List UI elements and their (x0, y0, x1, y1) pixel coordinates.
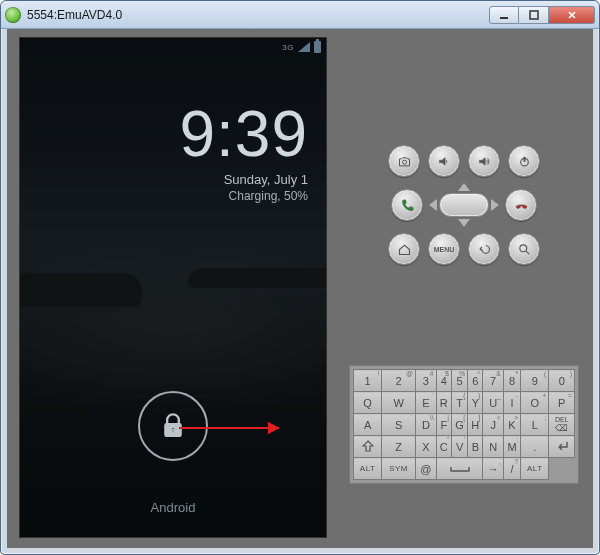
svg-rect-7 (523, 157, 524, 161)
app-icon (5, 7, 21, 23)
home-button[interactable] (388, 233, 420, 265)
camera-icon (397, 154, 412, 169)
key-⎵[interactable] (436, 458, 483, 480)
power-button[interactable] (508, 145, 540, 177)
hardware-keyboard: 1!2@3#4$5%6^7&8*9(0)QWE´RT{Y}U_I-O+P=AS`… (349, 365, 579, 484)
key-e[interactable]: E´ (416, 392, 437, 414)
close-button[interactable] (549, 6, 595, 24)
key-@[interactable]: @ (416, 458, 437, 480)
svg-point-5 (402, 160, 406, 164)
key-3[interactable]: 3# (416, 370, 437, 392)
key-4[interactable]: 4$ (436, 370, 451, 392)
svg-rect-0 (500, 17, 508, 19)
key-sym[interactable]: SYM (382, 458, 416, 480)
control-row-3: MENU (388, 233, 540, 265)
clock-date: Sunday, July 1 (20, 172, 308, 187)
keyboard-table: 1!2@3#4$5%6^7&8*9(0)QWE´RT{Y}U_I-O+P=AS`… (353, 369, 575, 480)
back-button[interactable] (468, 233, 500, 265)
key-.[interactable]: . (521, 436, 549, 458)
dpad-left-button[interactable] (429, 199, 437, 211)
key-k[interactable]: K> (503, 414, 520, 436)
lock-icon (159, 412, 187, 440)
key-7[interactable]: 7& (483, 370, 503, 392)
key-n[interactable]: N (483, 436, 503, 458)
key-p[interactable]: P= (549, 392, 575, 414)
key-↵[interactable] (549, 436, 575, 458)
key-b[interactable]: B (468, 436, 483, 458)
key-i[interactable]: I- (503, 392, 520, 414)
dpad-down-button[interactable] (458, 219, 470, 227)
end-call-button[interactable] (505, 189, 537, 221)
key-x[interactable]: X (416, 436, 437, 458)
key-h[interactable]: H] (468, 414, 483, 436)
key-y[interactable]: Y} (468, 392, 483, 414)
volume-down-icon (437, 154, 452, 169)
status-bar: 3G (20, 38, 326, 56)
key-v[interactable]: V' (451, 436, 467, 458)
key-2[interactable]: 2@ (382, 370, 416, 392)
key-5[interactable]: 5% (451, 370, 467, 392)
key-8[interactable]: 8* (503, 370, 520, 392)
key-r[interactable]: R (436, 392, 451, 414)
key-⇧[interactable] (354, 436, 382, 458)
phone-icon (400, 198, 415, 213)
control-row-1 (388, 145, 540, 177)
key-w[interactable]: W (382, 392, 416, 414)
key-1[interactable]: 1! (354, 370, 382, 392)
volume-up-button[interactable] (468, 145, 500, 177)
key-alt[interactable]: ALT (521, 458, 549, 480)
maximize-button[interactable] (519, 6, 549, 24)
minimize-button[interactable] (489, 6, 519, 24)
key-f[interactable]: F| (436, 414, 451, 436)
key-6[interactable]: 6^ (468, 370, 483, 392)
key-q[interactable]: Q (354, 392, 382, 414)
clock-time: 9:39 (20, 102, 308, 166)
search-button[interactable] (508, 233, 540, 265)
window-titlebar: 5554:EmuAVD4.0 (1, 1, 599, 29)
call-button[interactable] (391, 189, 423, 221)
client-area: 3G 9:39 Sunday, July 1 Charging, 50% And… (7, 29, 593, 548)
window-buttons (489, 6, 595, 24)
battery-icon (314, 41, 321, 53)
svg-rect-4 (172, 430, 174, 434)
key-t[interactable]: T{ (451, 392, 467, 414)
key-o[interactable]: O+ (521, 392, 549, 414)
key-s[interactable]: S` (382, 414, 416, 436)
control-row-2 (391, 185, 537, 225)
unlock-hint-arrow (179, 427, 279, 429)
window-title: 5554:EmuAVD4.0 (27, 8, 489, 22)
end-call-icon (514, 198, 529, 213)
key-l[interactable]: L; (521, 414, 549, 436)
key-d[interactable]: D\\ (416, 414, 437, 436)
camera-button[interactable] (388, 145, 420, 177)
back-icon (477, 242, 492, 257)
key-a[interactable]: A (354, 414, 382, 436)
brand-label: Android (20, 500, 326, 515)
dpad-up-button[interactable] (458, 183, 470, 191)
unlock-ring[interactable] (138, 391, 208, 461)
emulator-window: 5554:EmuAVD4.0 3G (0, 0, 600, 555)
volume-up-icon (477, 154, 492, 169)
home-icon (397, 242, 412, 257)
volume-down-button[interactable] (428, 145, 460, 177)
key-j[interactable]: J< (483, 414, 503, 436)
phone-screen[interactable]: 3G 9:39 Sunday, July 1 Charging, 50% And… (19, 37, 327, 538)
svg-rect-1 (530, 11, 538, 19)
dpad-center-button[interactable] (439, 193, 489, 217)
menu-button[interactable]: MENU (428, 233, 460, 265)
key-del[interactable]: DEL⌫ (549, 414, 575, 436)
key-0[interactable]: 0) (549, 370, 575, 392)
menu-label: MENU (434, 246, 455, 253)
key-9[interactable]: 9( (521, 370, 549, 392)
key-m[interactable]: M: (503, 436, 520, 458)
key-g[interactable]: G[ (451, 414, 467, 436)
key-/[interactable]: /? (503, 458, 520, 480)
key-u[interactable]: U_ (483, 392, 503, 414)
power-icon (517, 154, 532, 169)
key-z[interactable]: Z (382, 436, 416, 458)
key-c[interactable]: C" (436, 436, 451, 458)
key-→[interactable]: →, (483, 458, 503, 480)
dpad-right-button[interactable] (491, 199, 499, 211)
key-alt[interactable]: ALT (354, 458, 382, 480)
charging-status: Charging, 50% (20, 189, 308, 203)
